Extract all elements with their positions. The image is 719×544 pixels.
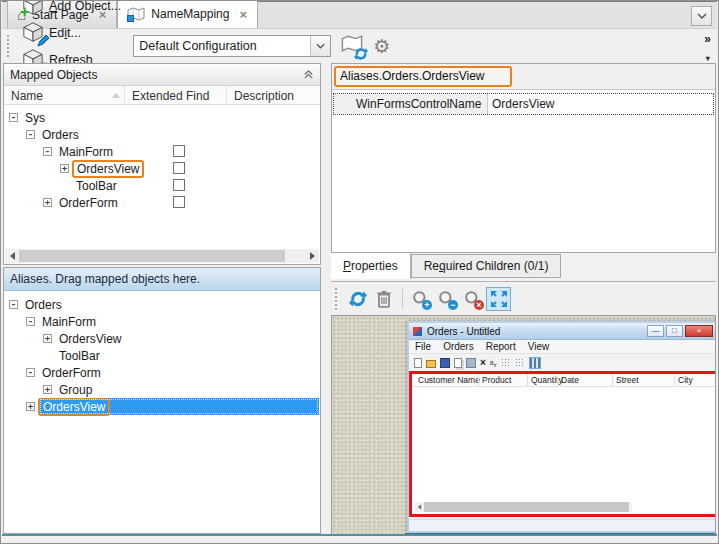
tree-row[interactable]: OrderForm — [5, 194, 319, 211]
update-namemapping-button[interactable] — [341, 35, 366, 58]
tree-node-label: OrdersView — [72, 160, 144, 178]
zoom-in-button[interactable]: + — [408, 287, 433, 311]
toolbar-overflow-button[interactable]: » ▾ — [704, 32, 711, 63]
extended-find-checkbox[interactable] — [173, 145, 185, 157]
tree-row[interactable]: MainForm — [5, 143, 319, 160]
expander-icon[interactable] — [43, 385, 52, 394]
column-extended-find[interactable]: Extended Find — [124, 86, 226, 105]
tree-node-label: OrdersView — [38, 398, 110, 416]
tab-namemapping[interactable]: NameMapping × — [117, 0, 258, 28]
extended-find-checkbox[interactable] — [173, 179, 185, 191]
expander-icon[interactable] — [9, 300, 18, 309]
toolbar-grip[interactable] — [335, 288, 338, 310]
tree-node-label: Group — [56, 383, 95, 397]
preview-statusbar — [409, 519, 716, 531]
main-toolbar: + Add Object... — [2, 30, 717, 62]
toolbar-grip[interactable] — [7, 35, 10, 57]
toolbar-button-label: Add Object... — [49, 0, 121, 13]
tree-node-label: MainForm — [39, 315, 99, 329]
tree-row[interactable]: OrderForm — [5, 364, 319, 381]
expander-icon[interactable] — [26, 402, 35, 411]
tab-required-children[interactable]: Required Children (0/1) — [411, 254, 562, 278]
collapse-panel-icon[interactable] — [303, 69, 314, 80]
object-header-bar: Aliases.Orders.OrdersView — [332, 64, 715, 90]
new-document-icon — [414, 358, 422, 368]
open-folder-icon — [426, 360, 436, 368]
expander-icon[interactable] — [60, 164, 69, 173]
scrollbar-thumb[interactable] — [19, 250, 285, 262]
sort-icon: az — [490, 358, 497, 368]
tree-node-label: OrdersView — [56, 332, 124, 346]
fit-arrows-icon — [491, 291, 507, 307]
scroll-right-icon[interactable] — [305, 249, 319, 263]
property-name-cell[interactable]: WinFormsControlName — [334, 94, 488, 114]
mapped-objects-panel: Mapped Objects Name Extended Find Descri… — [3, 63, 321, 265]
grid-icon — [515, 358, 525, 368]
tree-row[interactable]: Group — [5, 381, 319, 398]
overflow-caret-icon: ▾ — [704, 54, 711, 63]
refresh-preview-button[interactable] — [345, 287, 370, 311]
properties-icon — [466, 358, 476, 368]
object-preview-area: Orders - Untitled — □ × File Orders Repo… — [331, 315, 716, 536]
extended-find-checkbox[interactable] — [173, 162, 185, 174]
cross-badge-icon: × — [474, 300, 484, 310]
delete-icon: × — [480, 358, 486, 368]
horizontal-scrollbar[interactable] — [5, 249, 319, 263]
toolbar-button[interactable]: + Add Object... — [17, 0, 126, 19]
save-icon — [440, 358, 450, 368]
grid-column: Date — [561, 375, 579, 385]
property-tab-strip: Properties Required Children (0/1) — [331, 253, 716, 282]
chevron-down-icon[interactable] — [310, 36, 330, 56]
minimize-button-icon: — — [647, 325, 664, 337]
tree-node-label: Orders — [22, 298, 65, 312]
scroll-left-icon[interactable] — [5, 249, 19, 263]
delete-image-button[interactable] — [371, 287, 396, 311]
plus-badge-icon: + — [422, 300, 432, 310]
tree-row[interactable]: Orders — [5, 126, 319, 143]
tree-row[interactable]: MainForm — [5, 313, 319, 330]
preview-window-toolbar: × az — [409, 354, 716, 371]
expander-icon[interactable] — [9, 113, 18, 122]
gear-icon[interactable]: ⚙ — [373, 37, 390, 56]
tree-row[interactable]: OrdersView — [5, 330, 319, 347]
expander-icon[interactable] — [43, 147, 52, 156]
toolbar-button[interactable]: + Edit... — [17, 19, 126, 46]
expander-icon[interactable] — [43, 334, 52, 343]
aliases-header: Aliases. Drag mapped objects here. — [4, 268, 320, 291]
grid-column: Street — [616, 375, 639, 385]
expander-icon[interactable] — [26, 317, 35, 326]
expander-icon[interactable] — [26, 130, 35, 139]
highlighted-ordersview-grid: Customer Name Product Quantity Date Stre… — [409, 371, 716, 517]
tree-row[interactable]: ToolBar — [5, 177, 319, 194]
property-row[interactable]: WinFormsControlName OrdersView — [334, 94, 713, 114]
tree-node-label: ToolBar — [73, 179, 120, 193]
tree-row[interactable]: OrdersView — [5, 160, 319, 177]
chevron-down-icon — [697, 13, 707, 19]
preview-menubar: File Orders Report View — [409, 340, 716, 354]
close-button-icon: × — [685, 325, 713, 337]
extended-find-checkbox[interactable] — [173, 196, 185, 208]
maximize-button-icon: □ — [666, 325, 683, 337]
configuration-combobox[interactable]: Default Configuration — [133, 35, 331, 57]
tree-row[interactable]: Sys — [5, 109, 319, 126]
actual-size-button[interactable]: × — [460, 287, 485, 311]
property-value-cell[interactable]: OrdersView — [488, 94, 713, 114]
zoom-out-button[interactable]: − — [434, 287, 459, 311]
preview-window-title: Orders - Untitled — [427, 326, 500, 337]
sort-ascending-icon — [112, 93, 120, 98]
close-icon[interactable]: × — [235, 7, 247, 22]
tab-properties[interactable]: Properties — [331, 253, 411, 279]
arrange-icon — [501, 358, 511, 368]
tree-row[interactable]: ToolBar — [5, 347, 319, 364]
expander-icon[interactable] — [26, 368, 35, 377]
preview-window-buttons: — □ × — [647, 325, 713, 337]
tree-row[interactable]: OrdersView — [5, 398, 319, 415]
column-description[interactable]: Description — [226, 86, 320, 105]
column-name[interactable]: Name — [4, 86, 124, 105]
tab-list-dropdown-button[interactable] — [691, 6, 712, 26]
fit-to-window-button[interactable] — [486, 287, 511, 311]
tree-node-label: Orders — [39, 128, 82, 142]
tree-row[interactable]: Orders — [5, 296, 319, 313]
refresh-badge-icon — [354, 47, 368, 61]
expander-icon[interactable] — [43, 198, 52, 207]
